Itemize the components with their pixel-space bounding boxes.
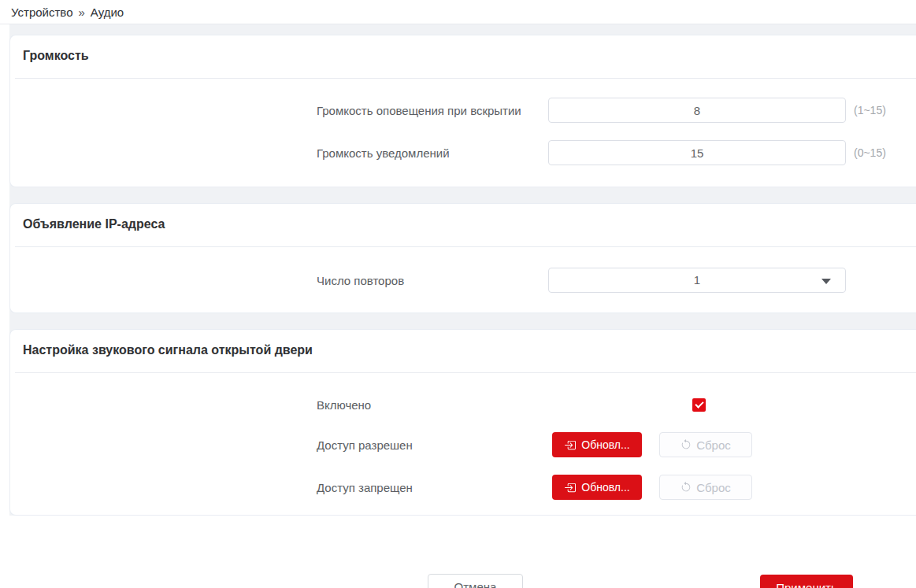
section-volume: Громкость Громкость оповещения при вскры… (9, 35, 916, 187)
access-denied-label: Доступ запрещен (317, 481, 548, 494)
section-door-sound: Настройка звукового сигнала открытой две… (9, 329, 916, 516)
access-allowed-row: Доступ разрешен Обновл... Сброс (317, 432, 916, 457)
access-allowed-update-button[interactable]: Обновл... (552, 432, 642, 457)
breadcrumb-parent[interactable]: Устройство (11, 6, 72, 19)
access-denied-update-button[interactable]: Обновл... (552, 475, 642, 500)
notification-volume-range-hint: (0~15) (854, 146, 886, 159)
notification-volume-row: Громкость уведомлений (0~15) (317, 140, 916, 165)
section-divider (15, 246, 916, 247)
breadcrumb: Устройство » Аудио (0, 0, 916, 24)
section-divider (15, 78, 916, 79)
enabled-row: Включено (317, 392, 916, 417)
reset-button-label: Сброс (696, 438, 731, 452)
reset-button-label: Сброс (696, 481, 731, 494)
notification-volume-input[interactable] (548, 140, 846, 165)
cancel-button[interactable]: Отмена (428, 574, 523, 588)
section-title-volume: Громкость (10, 35, 916, 65)
update-button-label: Обновл... (581, 438, 629, 451)
reset-icon (681, 482, 692, 493)
update-button-label: Обновл... (581, 481, 629, 494)
breadcrumb-current: Аудио (91, 6, 124, 19)
section-title-door-sound: Настройка звукового сигнала открытой две… (10, 330, 916, 359)
repeat-count-value: 1 (549, 268, 845, 292)
section-divider (15, 372, 916, 373)
access-denied-row: Доступ запрещен Обновл... Сброс (317, 475, 916, 500)
repeat-count-label: Число повторов (317, 274, 548, 287)
import-icon (564, 439, 576, 451)
access-allowed-label: Доступ разрешен (317, 438, 548, 452)
enabled-label: Включено (317, 398, 548, 412)
apply-button[interactable]: Применить (760, 575, 853, 588)
reset-icon (681, 439, 692, 450)
enabled-checkbox[interactable] (692, 398, 706, 412)
notification-volume-label: Громкость уведомлений (317, 146, 548, 160)
tamper-volume-label: Громкость оповещения при вскрытии (317, 104, 548, 117)
section-ip-announcement: Объявление IP-адреса Число повторов 1 (9, 203, 916, 313)
audio-settings-content: Громкость Громкость оповещения при вскры… (9, 24, 916, 516)
chevron-down-icon (821, 279, 831, 284)
tamper-volume-range-hint: (1~15) (854, 104, 886, 116)
breadcrumb-separator-icon: » (78, 6, 84, 19)
import-icon (564, 482, 576, 494)
access-denied-reset-button[interactable]: Сброс (659, 475, 752, 500)
section-title-ip-announcement: Объявление IP-адреса (10, 204, 916, 233)
footer-actions: Отмена Применить (0, 531, 916, 588)
access-allowed-reset-button[interactable]: Сброс (659, 432, 752, 457)
repeat-count-row: Число повторов 1 (317, 268, 916, 293)
tamper-volume-input[interactable] (548, 98, 846, 123)
repeat-count-select[interactable]: 1 (548, 268, 846, 293)
tamper-volume-row: Громкость оповещения при вскрытии (1~15) (317, 98, 916, 123)
